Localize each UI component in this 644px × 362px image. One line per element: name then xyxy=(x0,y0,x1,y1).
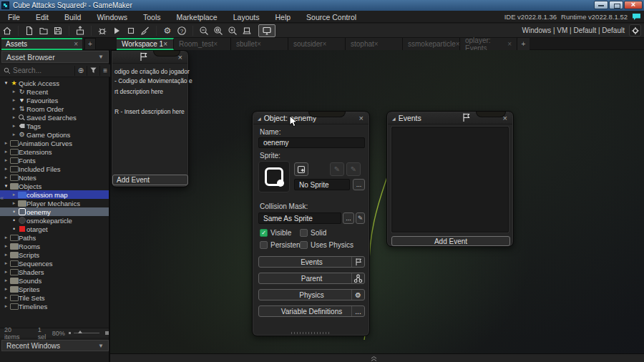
object-name-field[interactable]: oenemy xyxy=(258,137,365,148)
expand-arrow-icon[interactable] xyxy=(11,106,17,112)
expand-arrow-icon[interactable] xyxy=(11,97,17,103)
sprite-more-button[interactable]: ... xyxy=(353,179,365,190)
expand-arrow-icon[interactable] xyxy=(3,295,9,300)
asset-tree-item-tags[interactable]: Tags xyxy=(0,122,109,130)
asset-tree-item-rooms[interactable]: Rooms xyxy=(0,242,109,250)
asset-tree-item-favourites[interactable]: Favourites xyxy=(0,96,109,104)
expand-arrow-icon[interactable] xyxy=(3,260,9,266)
settings-gear-icon[interactable]: ⚙ xyxy=(161,25,174,36)
expand-arrow-icon[interactable] xyxy=(11,89,17,94)
asset-tree-item-room-order[interactable]: Room Order xyxy=(0,104,109,113)
edit-image-button[interactable]: ✎ xyxy=(346,162,361,176)
tab-close-icon[interactable]: × xyxy=(213,40,218,48)
edit-sprite-button[interactable]: ✎ xyxy=(330,162,344,176)
tab-close-icon[interactable]: × xyxy=(74,40,78,48)
expand-arrow-icon[interactable] xyxy=(3,149,9,155)
expand-arrow-icon[interactable] xyxy=(11,123,17,129)
collapse-handle-icon[interactable] xyxy=(370,356,378,362)
checkbox-uses-physics[interactable] xyxy=(300,241,308,249)
menu-hamburger-icon[interactable]: ≡ xyxy=(99,66,110,76)
asset-tree-item-fonts[interactable]: Fonts xyxy=(0,156,109,165)
asset-tree-item-otarget[interactable]: otarget xyxy=(0,225,109,233)
recent-windows-dropdown[interactable]: Recent Windows ▼ xyxy=(1,340,109,351)
asset-tree-item-sounds[interactable]: Sounds xyxy=(0,276,109,285)
slider-handle[interactable] xyxy=(78,331,82,333)
expand-arrow-icon[interactable] xyxy=(11,114,17,120)
menu-layouts[interactable]: Layouts xyxy=(225,13,268,21)
panel-collapse-chevron[interactable]: « xyxy=(0,195,4,202)
target-settings-icon[interactable] xyxy=(629,24,641,36)
asset-tree-item-game-options[interactable]: Game Options xyxy=(0,130,109,139)
expand-arrow-icon[interactable] xyxy=(3,235,9,240)
tab-sbullet[interactable]: sbullet× xyxy=(231,38,288,50)
new-sprite-button[interactable] xyxy=(294,162,308,176)
events-button[interactable]: Events xyxy=(258,256,365,268)
filter-icon[interactable] xyxy=(87,66,99,76)
events-list[interactable] xyxy=(391,127,509,233)
asset-tree-item-saved-searches[interactable]: Saved Searches xyxy=(0,113,109,122)
menu-help[interactable]: Help xyxy=(267,13,298,21)
collision-more-button[interactable]: ... xyxy=(343,212,354,224)
asset-tree-item-recent[interactable]: Recent xyxy=(0,87,109,96)
menu-file[interactable]: File xyxy=(0,13,28,21)
grid-view-icon[interactable] xyxy=(105,331,109,335)
add-panel-tab-button[interactable]: + xyxy=(84,38,96,50)
checkbox-solid[interactable] xyxy=(300,229,308,237)
expand-arrow-icon[interactable] xyxy=(3,278,9,283)
clean-icon[interactable] xyxy=(139,25,152,36)
asset-tree-item-quick-access[interactable]: Quick Access xyxy=(0,79,109,87)
zoom-reset-icon[interactable] xyxy=(212,25,225,36)
workspace-canvas[interactable]: × odigo de criação do jogador - Codigo d… xyxy=(110,50,644,362)
minimize-button[interactable] xyxy=(594,1,608,9)
collision-edit-button[interactable]: ✎ xyxy=(356,212,365,224)
expand-arrow-icon[interactable] xyxy=(11,132,17,137)
player-events-window[interactable]: × odigo de criação do jogador - Codigo d… xyxy=(111,50,189,187)
search-input[interactable]: Search... xyxy=(13,67,74,74)
expand-arrow-icon[interactable] xyxy=(3,286,9,292)
monitor-button[interactable] xyxy=(258,24,275,37)
save-project-icon[interactable] xyxy=(52,25,64,36)
asset-tree-item-shaders[interactable]: Shaders xyxy=(0,268,109,276)
menu-tools[interactable]: Tools xyxy=(135,13,169,21)
asset-tree-item-timelines[interactable]: Timelines xyxy=(0,302,109,310)
parent-button[interactable]: Parent xyxy=(258,273,365,284)
asset-tree-item-sprites[interactable]: Sprites xyxy=(0,285,109,293)
tab-room-test[interactable]: Room_test× xyxy=(174,38,231,50)
tab-close-icon[interactable]: × xyxy=(257,40,261,48)
new-project-icon[interactable] xyxy=(23,25,36,36)
tab-close-icon[interactable]: × xyxy=(507,40,512,48)
menu-edit[interactable]: Edit xyxy=(28,13,57,21)
close-window-icon[interactable]: × xyxy=(359,114,364,122)
expand-arrow-icon[interactable] xyxy=(3,140,9,146)
menu-build[interactable]: Build xyxy=(57,13,89,21)
add-event-button[interactable]: Add Event xyxy=(112,175,188,185)
tab-oplayer-events[interactable]: oplayer: Events× xyxy=(460,38,517,50)
asset-tree-item-included-files[interactable]: Included Files xyxy=(0,165,109,173)
checkbox-visible[interactable]: ✓ xyxy=(260,229,268,237)
close-button[interactable] xyxy=(624,1,643,9)
expand-arrow-icon[interactable] xyxy=(3,183,9,189)
expand-arrow-icon[interactable] xyxy=(3,80,9,86)
zoom-out-icon[interactable] xyxy=(197,25,210,36)
resize-grip[interactable] xyxy=(291,332,331,334)
expand-arrow-icon[interactable] xyxy=(11,200,17,206)
asset-tree-item-scripts[interactable]: Scripts xyxy=(0,250,109,259)
asset-tree-item-osmokeparticle[interactable]: osmokeparticle xyxy=(0,216,109,225)
expand-arrow-icon[interactable] xyxy=(3,243,9,249)
variable-definitions-button[interactable]: Variable Definitions... xyxy=(258,305,365,317)
asset-tree-item-sequences[interactable]: Sequences xyxy=(0,259,109,268)
tab-ssmokeparticle[interactable]: ssmokeparticle× xyxy=(403,38,460,50)
asset-tree-item-extensions[interactable]: Extensions xyxy=(0,147,109,156)
physics-button[interactable]: Physics⚙ xyxy=(258,289,365,300)
stop-icon[interactable] xyxy=(125,25,137,36)
build-target-text[interactable]: Windows | VM | Default | Default xyxy=(522,26,625,34)
tab-close-icon[interactable]: × xyxy=(456,40,460,48)
create-executable-icon[interactable] xyxy=(74,25,87,36)
asset-tree-item-player-mechanics[interactable]: Player Mechanics xyxy=(0,199,109,207)
tab-close-icon[interactable]: × xyxy=(163,40,167,48)
asset-tree-item-paths[interactable]: Paths xyxy=(0,233,109,242)
sprite-select[interactable]: No Sprite xyxy=(294,179,350,190)
maximize-button[interactable] xyxy=(609,1,623,9)
asset-tree-item-objects[interactable]: Objects xyxy=(0,182,109,190)
tab-close-icon[interactable]: × xyxy=(374,40,379,48)
